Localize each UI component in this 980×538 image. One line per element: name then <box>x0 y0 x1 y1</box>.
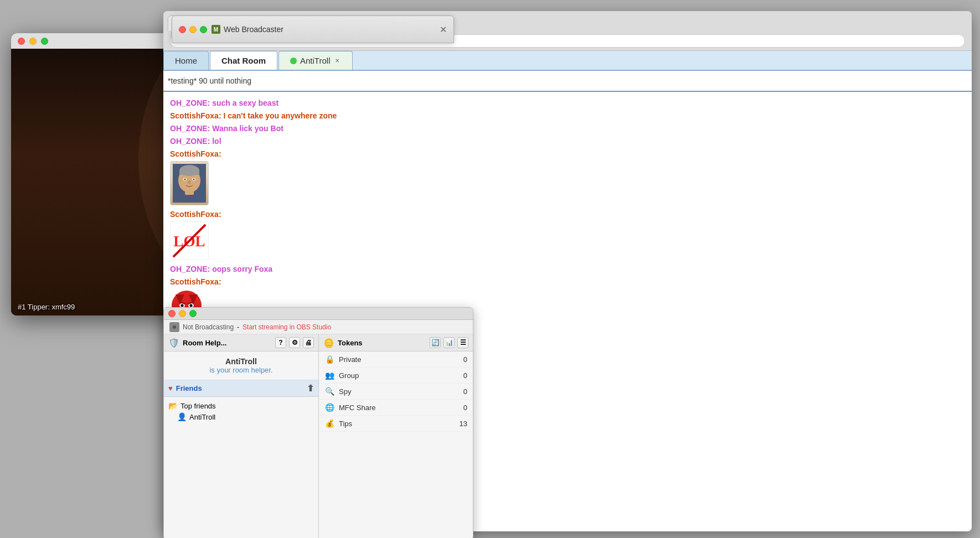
obs-status-bar: Not Broadcasting - Start streaming in OB… <box>164 320 473 334</box>
obs-min-btn[interactable] <box>179 310 186 317</box>
msg-4: OH_ZONE: lol <box>170 136 965 147</box>
helper-box: AntiTroll is your room helper. <box>164 351 318 380</box>
private-icon: 🔒 <box>324 354 334 364</box>
svg-point-14 <box>188 180 191 184</box>
private-label: Private <box>339 355 459 364</box>
token-row-group: 👥 Group 0 <box>319 368 473 384</box>
folder-icon: 📂 <box>168 401 178 410</box>
wb-traffic-lights <box>179 26 207 33</box>
chat-input[interactable] <box>168 76 967 85</box>
friends-header: ♥ Friends ⬆ <box>164 380 318 397</box>
private-value: 0 <box>463 355 467 364</box>
msg-2: ScottishFoxa: I can't take you anywhere … <box>170 110 965 122</box>
obs-left-panel: 🛡️ Room Help... ? ⚙ 🖨 AntiTroll is your … <box>164 334 319 538</box>
tab-antitroll[interactable]: AntiTroll ✕ <box>278 51 353 70</box>
tips-value: 13 <box>460 420 467 428</box>
wb-close-btn[interactable] <box>179 26 186 33</box>
msg-5-user: ScottishFoxa: <box>170 149 221 158</box>
window-maximize-btn[interactable] <box>41 38 48 45</box>
tokens-list-btn[interactable]: ☰ <box>457 337 468 348</box>
helper-name: AntiTroll <box>169 357 313 366</box>
msg-2-text: I can't take you anywhere zone <box>223 111 337 120</box>
obs-right-panel: 🪙 Tokens 🔄 📊 ☰ 🔒 Private 0 👥 Group 0 🔍 <box>319 334 473 538</box>
tree-top-friends-row: 📂 Top friends <box>168 400 314 411</box>
not-broadcasting-text: Not Broadcasting <box>183 323 234 331</box>
window-minimize-btn[interactable] <box>29 38 37 45</box>
spy-icon: 🔍 <box>324 386 334 396</box>
heart-icon: ♥ <box>168 384 173 392</box>
mfcshare-label: MFC Share <box>339 404 459 412</box>
wb-tab: M Web Broadcaster <box>212 25 283 34</box>
tokens-refresh-btn[interactable]: 🔄 <box>430 337 441 348</box>
tab-chatroom[interactable]: Chat Room <box>210 51 277 70</box>
page-tabs: Home Chat Room AntiTroll ✕ <box>163 51 972 71</box>
msg-3-text: Wanna lick you Bot <box>212 124 283 133</box>
group-value: 0 <box>463 371 467 380</box>
print-btn[interactable]: 🖨 <box>303 337 314 348</box>
wb-title: Web Broadcaster <box>224 25 283 34</box>
wb-window: M Web Broadcaster ✕ <box>172 15 454 43</box>
helper-sub: is your room helper. <box>169 366 313 374</box>
obs-max-btn[interactable] <box>189 310 197 317</box>
wb-close-x[interactable]: ✕ <box>440 24 447 35</box>
group-icon: 👥 <box>324 370 334 380</box>
svg-point-12 <box>184 179 186 180</box>
status-separator: - <box>237 323 239 331</box>
friends-expand-btn[interactable]: ⬆ <box>307 383 314 394</box>
token-row-spy: 🔍 Spy 0 <box>319 384 473 400</box>
token-row-mfcshare: 🌐 MFC Share 0 <box>319 400 473 416</box>
obs-main: 🛡️ Room Help... ? ⚙ 🖨 AntiTroll is your … <box>164 334 473 538</box>
group-label: Group <box>339 371 459 380</box>
spy-value: 0 <box>463 387 467 396</box>
msg-6-user: ScottishFoxa: <box>170 210 221 219</box>
tips-label: Tips <box>339 420 455 428</box>
tab-home[interactable]: Home <box>163 51 209 70</box>
svg-rect-9 <box>179 170 199 175</box>
tipper-text: #1 Tipper: xmfc99 <box>18 303 75 311</box>
msg-7: OH_ZONE: oops sorry Foxa <box>170 263 965 275</box>
broadcast-icon <box>169 322 179 332</box>
obs-window: Not Broadcasting - Start streaming in OB… <box>163 307 473 538</box>
msg-2-user: ScottishFoxa: <box>170 111 223 120</box>
help-btn[interactable]: ? <box>275 337 286 348</box>
lol-image: LOL <box>170 221 209 260</box>
tokens-chart-btn[interactable]: 📊 <box>443 337 455 348</box>
tree-antitroll-row: 👤 AntiTroll <box>168 411 314 422</box>
tokens-header: 🪙 Tokens 🔄 📊 ☰ <box>319 334 473 351</box>
top-friends-label: Top friends <box>180 402 216 410</box>
msg-4-text: lol <box>212 137 221 146</box>
msg-3: OH_ZONE: Wanna lick you Bot <box>170 123 965 134</box>
tokens-icon: 🪙 <box>323 338 334 348</box>
wb-min-btn[interactable] <box>189 26 197 33</box>
antitroll-friend-label: AntiTroll <box>189 413 215 421</box>
svg-point-47 <box>173 325 176 329</box>
room-help-header: 🛡️ Room Help... ? ⚙ 🖨 <box>164 334 318 351</box>
msg-6-image-container: LOL <box>170 221 965 260</box>
chat-input-bar <box>163 71 972 92</box>
msg-8: ScottishFoxa: <box>170 276 965 288</box>
msg-4-user: OH_ZONE: <box>170 137 212 146</box>
msg-5: ScottishFoxa: <box>170 148 965 160</box>
obs-close-btn[interactable] <box>168 310 176 317</box>
msg-5-image-container <box>170 161 965 205</box>
msg-6: ScottishFoxa: <box>170 209 965 220</box>
settings-btn[interactable]: ⚙ <box>289 337 300 348</box>
wb-favicon: M <box>212 25 220 34</box>
msg-1-user: OH_ZONE: <box>170 99 212 107</box>
msg-7-user: OH_ZONE: <box>170 265 212 273</box>
msg-7-text: oops sorry Foxa <box>212 265 272 273</box>
mfcshare-value: 0 <box>463 404 467 412</box>
antitroll-tab-close[interactable]: ✕ <box>333 57 341 65</box>
token-row-tips: 💰 Tips 13 <box>319 416 473 432</box>
spy-label: Spy <box>339 387 459 396</box>
svg-point-25 <box>181 304 184 307</box>
svg-point-13 <box>193 179 195 180</box>
obs-titlebar <box>164 308 473 320</box>
obs-friends-tree: 📂 Top friends 👤 AntiTroll <box>164 397 318 426</box>
wb-max-btn[interactable] <box>200 26 207 33</box>
start-streaming-link[interactable]: Start streaming in OBS Studio <box>243 323 331 331</box>
window-close-btn[interactable] <box>18 38 25 45</box>
mfcshare-icon: 🌐 <box>324 402 334 412</box>
antitroll-status-dot <box>290 58 297 64</box>
friends-label: Friends <box>176 384 202 392</box>
